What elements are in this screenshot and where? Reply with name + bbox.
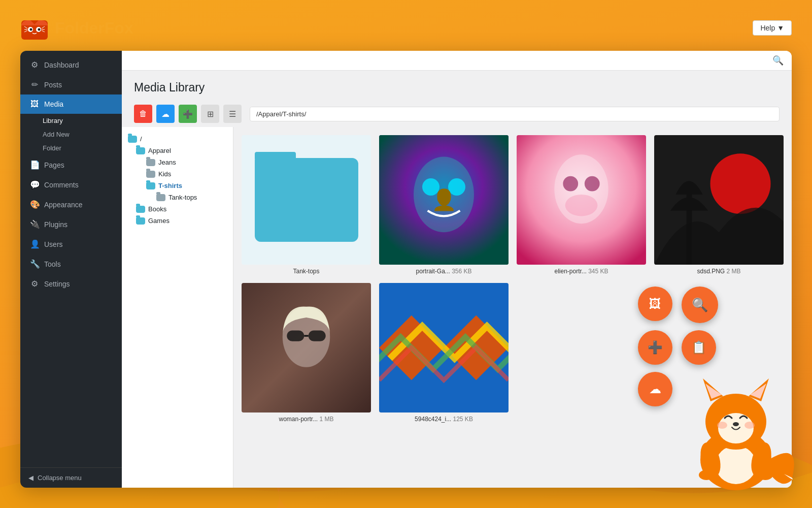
search-button[interactable]: 🔍 <box>772 55 784 66</box>
svg-point-44 <box>699 470 714 480</box>
page-title: Media Library <box>134 81 780 94</box>
tree-item-apparel[interactable]: Apparel <box>122 145 233 156</box>
fox-illustration <box>670 338 802 500</box>
media-item-woman[interactable]: woman-portr... 1 MB <box>242 283 371 423</box>
sidebar-item-pages[interactable]: 📄 Pages <box>20 155 122 175</box>
tree-item-books[interactable]: Books <box>122 203 233 215</box>
folder-thumb-big <box>255 158 358 242</box>
plus-icon: ➕ <box>183 109 193 119</box>
plugins-icon: 🔌 <box>30 219 39 229</box>
media-item-tank-tops-folder[interactable]: Tank-tops <box>242 135 371 275</box>
tree-root[interactable]: / <box>122 133 233 145</box>
apparel-label: Apparel <box>148 147 171 154</box>
appearance-icon: 🎨 <box>30 200 39 209</box>
kids-folder-icon <box>146 171 155 178</box>
svg-point-23 <box>710 153 771 214</box>
sidebar-label-comments: Comments <box>44 181 79 189</box>
logo-area: FolderFox <box>20 15 133 41</box>
media-icon: 🖼 <box>30 100 39 109</box>
sidebar-item-plugins[interactable]: 🔌 Plugins <box>20 214 122 234</box>
tanktops-folder-icon <box>156 194 165 201</box>
media-item-elien[interactable]: elien-portr... 345 KB <box>517 135 646 275</box>
svg-point-6 <box>38 28 41 31</box>
tree-item-kids[interactable]: Kids <box>122 168 233 180</box>
tshirts-folder-icon <box>146 182 155 189</box>
media-label-tank-tops: Tank-tops <box>293 268 319 275</box>
help-button[interactable]: Help ▼ <box>753 20 792 36</box>
posts-icon: ✏ <box>30 80 39 89</box>
tools-icon: 🔧 <box>30 259 39 269</box>
sidebar-item-media[interactable]: 🖼 Media <box>20 94 122 114</box>
tree-item-tshirts[interactable]: T-shirts <box>122 180 233 192</box>
tree-item-games[interactable]: Games <box>122 215 233 227</box>
tshirts-label: T-shirts <box>158 182 182 189</box>
svg-point-19 <box>563 176 578 192</box>
5948-thumb <box>379 283 509 412</box>
sdsd-thumb <box>654 135 784 265</box>
logo-text-fox: Fox <box>105 19 133 37</box>
list-view-button[interactable]: ☰ <box>223 105 242 123</box>
svg-point-21 <box>565 195 598 216</box>
media-label-woman: woman-portr... 1 MB <box>279 416 333 423</box>
logo-text-folder: Folder <box>55 19 105 37</box>
games-folder-icon <box>136 217 145 225</box>
toolbar: 🗑 ☁ ➕ ⊞ ☰ <box>122 101 792 127</box>
portrait-ga-thumb <box>379 135 509 265</box>
sidebar-sub-folder[interactable]: Folder <box>20 141 122 155</box>
fab-gallery[interactable]: 🖼 <box>638 287 672 321</box>
fab-upload[interactable]: ☁ <box>638 372 672 406</box>
path-input[interactable] <box>250 107 780 121</box>
jeans-folder-icon <box>146 159 155 166</box>
sidebar-label-users: Users <box>44 240 63 248</box>
sidebar-label-pages: Pages <box>44 161 64 169</box>
sidebar-item-appearance[interactable]: 🎨 Appearance <box>20 195 122 214</box>
sidebar-label-dashboard: Dashboard <box>44 61 79 69</box>
sidebar: ⚙ Dashboard ✏ Posts 🖼 Media Library Add … <box>20 51 122 488</box>
svg-point-40 <box>717 422 727 429</box>
sidebar-label-appearance: Appearance <box>44 201 83 209</box>
svg-point-14 <box>414 157 474 233</box>
media-item-sdsd[interactable]: sdsd.PNG 2 MB <box>654 135 784 275</box>
upload-button[interactable]: ☁ <box>156 105 175 123</box>
sidebar-item-posts[interactable]: ✏ Posts <box>20 75 122 94</box>
collapse-icon: ◀ <box>28 474 33 482</box>
library-label: Library <box>43 117 63 124</box>
sidebar-sub-library[interactable]: Library <box>20 114 122 128</box>
file-tree: / Apparel Jeans Kids <box>122 127 233 488</box>
top-search-bar: 🔍 <box>122 51 792 71</box>
sidebar-item-dashboard[interactable]: ⚙ Dashboard <box>20 55 122 75</box>
root-folder-icon <box>128 136 137 143</box>
sidebar-label-plugins: Plugins <box>44 220 67 229</box>
sidebar-sub-add-new[interactable]: Add New <box>20 128 122 141</box>
sidebar-item-users[interactable]: 👤 Users <box>20 234 122 254</box>
collapse-label: Collapse menu <box>38 474 82 482</box>
folder-label: Folder <box>43 144 61 152</box>
svg-rect-13 <box>379 135 509 265</box>
tanktops-label: Tank-tops <box>168 194 197 201</box>
sidebar-item-tools[interactable]: 🔧 Tools <box>20 254 122 274</box>
svg-point-20 <box>585 176 600 192</box>
pages-icon: 📄 <box>30 160 39 170</box>
svg-rect-28 <box>309 331 326 341</box>
sidebar-item-settings[interactable]: ⚙ Settings <box>20 274 122 294</box>
comments-icon: 💬 <box>30 180 39 189</box>
grid-view-button[interactable]: ⊞ <box>201 105 219 123</box>
tree-item-tank-tops[interactable]: Tank-tops <box>122 192 233 203</box>
collapse-menu[interactable]: ◀ Collapse menu <box>20 467 122 488</box>
delete-button[interactable]: 🗑 <box>134 105 152 123</box>
books-label: Books <box>148 205 166 213</box>
fab-add-media[interactable]: ➕ <box>638 330 672 365</box>
kids-label: Kids <box>158 170 171 178</box>
svg-point-5 <box>30 28 32 31</box>
media-item-5948[interactable]: 5948c424_i... 125 KB <box>379 283 509 423</box>
books-folder-icon <box>136 206 145 213</box>
root-label: / <box>140 135 142 143</box>
jeans-label: Jeans <box>158 158 176 166</box>
add-button[interactable]: ➕ <box>179 105 197 123</box>
sidebar-item-comments[interactable]: 💬 Comments <box>20 175 122 195</box>
fab-search[interactable]: 🔍 <box>682 287 718 323</box>
page-header: Media Library <box>122 71 792 101</box>
help-label: Help ▼ <box>760 24 784 32</box>
media-item-portrait-ga[interactable]: portrait-Ga... 356 KB <box>379 135 509 275</box>
tree-item-jeans[interactable]: Jeans <box>122 156 233 168</box>
